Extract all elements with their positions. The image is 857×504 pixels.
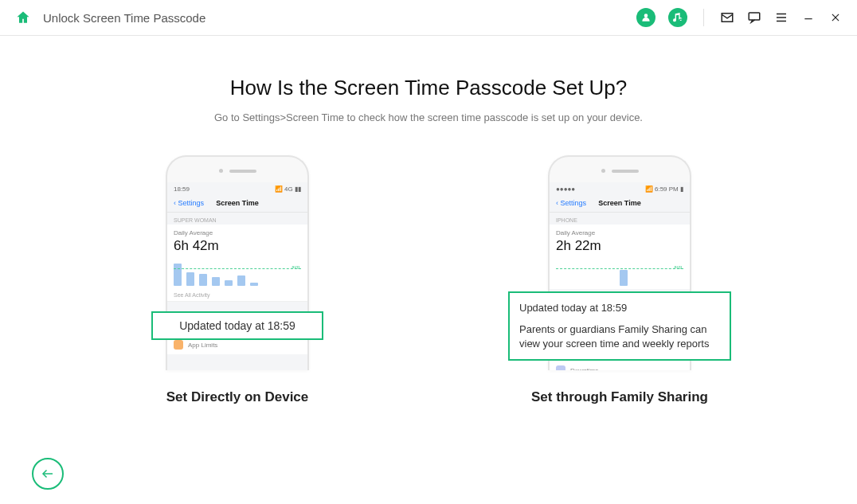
status-left: ●●●●● — [556, 186, 575, 193]
callout-left: Updated today at 18:59 — [151, 311, 323, 340]
status-right: 📶 6:59 PM ▮ — [645, 186, 683, 193]
status-left: 18:59 — [174, 186, 190, 193]
callout-right: Updated today at 18:59 Parents or guardi… — [508, 291, 731, 361]
status-right: 📶 4G ▮▮ — [275, 186, 301, 193]
svg-point-0 — [679, 19, 683, 22]
nav-title: Screen Time — [550, 199, 690, 207]
minimize-button[interactable] — [801, 10, 816, 25]
account-icon[interactable] — [636, 8, 655, 27]
applimits-icon — [174, 340, 183, 350]
feedback-icon[interactable] — [747, 10, 761, 25]
option-set-on-device[interactable]: 18:59 📶 4G ▮▮ ‹ Settings Screen Time SUP… — [118, 155, 357, 405]
header-divider — [703, 9, 704, 26]
home-icon[interactable] — [14, 9, 32, 26]
avg-label: Daily Average — [174, 229, 301, 236]
mail-icon[interactable] — [720, 10, 734, 25]
callout-right-top: Updated today at 18:59 — [519, 301, 720, 315]
options-row: 18:59 📶 4G ▮▮ ‹ Settings Screen Time SUP… — [118, 155, 739, 405]
avg-label: Daily Average — [556, 229, 683, 236]
option-family-sharing[interactable]: ●●●●● 📶 6:59 PM ▮ ‹ Settings Screen Time… — [500, 155, 739, 405]
back-button[interactable] — [32, 458, 64, 490]
header: Unlock Screen Time Passcode — [0, 0, 857, 36]
section-label: SUPER WOMAN — [167, 213, 307, 225]
avg-value: 6h 42m — [174, 238, 301, 254]
main-content: How Is the Screen Time Passcode Set Up? … — [0, 36, 857, 405]
avg-value: 2h 22m — [556, 238, 683, 254]
close-button[interactable] — [828, 10, 843, 25]
menu-icon[interactable] — [774, 10, 789, 25]
music-search-icon[interactable] — [668, 8, 687, 27]
downtime-icon — [556, 365, 565, 370]
option-right-label: Set through Family Sharing — [531, 389, 708, 405]
callout-right-body: Parents or guardians Family Sharing can … — [519, 322, 720, 351]
section-label: IPHONE — [550, 213, 690, 225]
svg-rect-2 — [749, 13, 760, 20]
see-all: See All Activity — [167, 289, 307, 302]
header-title: Unlock Screen Time Passcode — [43, 11, 205, 25]
page-heading: How Is the Screen Time Passcode Set Up? — [230, 76, 628, 100]
page-subtitle: Go to Settings>Screen Time to check how … — [214, 111, 643, 123]
usage-chart-right: avg — [556, 259, 683, 286]
option-left-label: Set Directly on Device — [166, 389, 309, 405]
usage-chart-left: avg — [174, 259, 301, 286]
nav-title: Screen Time — [167, 199, 307, 207]
